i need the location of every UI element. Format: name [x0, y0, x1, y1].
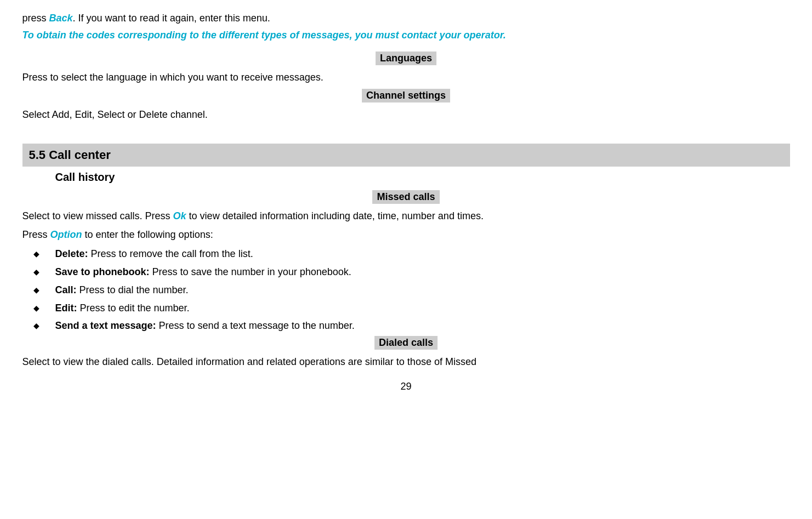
bullet-term-5: Send a text message:	[55, 320, 156, 331]
list-item: Delete: Press to remove the call from th…	[22, 246, 790, 262]
bullet-desc-2: Press to save the number in your phonebo…	[150, 266, 351, 277]
missed-calls-line1-part2: to view detailed information including d…	[186, 210, 484, 221]
ok-link: Ok	[173, 210, 186, 221]
cyan-italic-block: To obtain the codes corresponding to the…	[22, 28, 790, 43]
list-item: Save to phonebook: Press to save the num…	[22, 264, 790, 280]
channel-settings-heading: Channel settings	[22, 89, 790, 102]
bullet-desc-3: Press to dial the number.	[77, 284, 189, 295]
call-history-subheading: Call history	[55, 171, 790, 184]
intro-paragraph: press Back. If you want to read it again…	[22, 11, 790, 26]
bullet-term-4: Edit:	[55, 303, 77, 313]
languages-body: Press to select the language in which yo…	[22, 70, 790, 85]
call-center-section-divider: 5.5 Call center	[22, 144, 790, 167]
list-item: Send a text message: Press to send a tex…	[22, 318, 790, 334]
bullet-term-1: Delete:	[55, 248, 88, 259]
list-item: Call: Press to dial the number.	[22, 282, 790, 298]
page-number: 29	[22, 381, 790, 392]
list-item: Edit: Press to edit the number.	[22, 300, 790, 316]
page-content: press Back. If you want to read it again…	[22, 11, 790, 392]
missed-calls-heading: Missed calls	[22, 190, 790, 204]
missed-calls-line2-part2: to enter the following options:	[82, 229, 213, 240]
dialed-calls-heading: Dialed calls	[22, 336, 790, 350]
options-list: Delete: Press to remove the call from th…	[22, 246, 790, 334]
bullet-desc-4: Press to edit the number.	[77, 303, 190, 313]
bullet-desc-5: Press to send a text message to the numb…	[156, 320, 355, 331]
intro-part2: . If you want to read it again, enter th…	[73, 13, 270, 24]
dialed-calls-body: Select to view the dialed calls. Detaile…	[22, 354, 790, 370]
option-link: Option	[50, 229, 82, 240]
bullet-term-2: Save to phonebook:	[55, 266, 150, 277]
missed-calls-line1-part1: Select to view missed calls. Press	[22, 210, 173, 221]
missed-calls-line2-part1: Press	[22, 229, 50, 240]
channel-settings-body: Select Add, Edit, Select or Delete chann…	[22, 107, 790, 123]
missed-calls-line1: Select to view missed calls. Press Ok to…	[22, 208, 790, 224]
bullet-term-3: Call:	[55, 284, 77, 295]
back-link: Back	[49, 13, 73, 24]
bullet-desc-1: Press to remove the call from the list.	[88, 248, 253, 259]
intro-part1: press	[22, 13, 49, 24]
missed-calls-line2: Press Option to enter the following opti…	[22, 227, 790, 243]
languages-heading: Languages	[22, 52, 790, 65]
